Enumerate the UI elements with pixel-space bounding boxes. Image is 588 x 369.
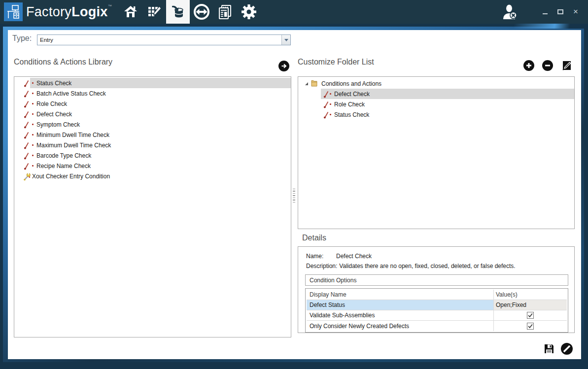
- bullet-icon: [32, 82, 34, 84]
- condition-options-table: Display Name Value(s) Defect StatusOpen;…: [305, 288, 568, 333]
- tree-children: Defect CheckRole CheckStatus Check: [298, 89, 574, 120]
- edit-pencil-icon[interactable]: [561, 60, 572, 71]
- checkbox-checked[interactable]: [527, 323, 534, 330]
- option-name: Defect Status: [307, 300, 494, 310]
- tree-item[interactable]: Status Check: [298, 109, 574, 120]
- library-item[interactable]: Xout Checker Entry Condition: [14, 171, 291, 181]
- type-label: Type:: [12, 34, 32, 43]
- condition-icon: [323, 111, 330, 119]
- tree-root-row[interactable]: Conditions and Actions: [298, 78, 574, 89]
- bullet-icon: [330, 93, 331, 95]
- titlebar: FactoryLogix™: [0, 0, 588, 24]
- library-item[interactable]: Maximum Dwell Time Check: [14, 140, 291, 150]
- condition-icon: [323, 90, 330, 98]
- library-item-label: Minimum Dwell Time Check: [36, 132, 109, 138]
- remove-circle-icon[interactable]: [542, 60, 553, 71]
- condition-icon: [323, 101, 330, 108]
- details-title: Details: [302, 234, 326, 242]
- library-item[interactable]: Status Check: [14, 78, 291, 88]
- add-circle-icon[interactable]: [523, 60, 534, 71]
- type-select[interactable]: Entry: [37, 34, 291, 45]
- tree-item[interactable]: Role Check: [298, 99, 574, 109]
- library-list: Status CheckBatch Active Status CheckRol…: [14, 76, 291, 337]
- library-item[interactable]: Role Check: [14, 99, 291, 109]
- settings-gear-icon[interactable]: [237, 0, 261, 24]
- option-row[interactable]: Validate Sub-Assemblies: [307, 310, 567, 321]
- transfer-arrows-icon[interactable]: [190, 0, 213, 24]
- bullet-icon: [32, 134, 34, 135]
- save-floppy-icon[interactable]: [544, 343, 554, 356]
- details-panel: Name: Defect Check Description: Validate…: [298, 246, 575, 333]
- library-item-label: Defect Check: [36, 111, 72, 118]
- tree-item-label: Defect Check: [334, 91, 370, 98]
- condition-icon: [23, 131, 30, 139]
- close-button[interactable]: ×: [572, 8, 579, 15]
- bullet-icon: [32, 93, 34, 94]
- detail-name-row: Name: Defect Check: [306, 253, 372, 260]
- bullet-icon: [32, 144, 34, 146]
- planning-grid-pencil-icon[interactable]: [142, 0, 166, 24]
- database-import-icon[interactable]: [166, 0, 190, 24]
- bullet-icon: [32, 124, 34, 125]
- type-select-dropdown-button[interactable]: [281, 35, 290, 45]
- condition-options-group: Condition Options: [305, 274, 568, 286]
- library-item[interactable]: Symptom Check: [14, 119, 291, 130]
- option-row[interactable]: Only Consider Newly Created Defects: [307, 321, 567, 331]
- home-icon[interactable]: [119, 0, 142, 24]
- condition-icon: [23, 100, 30, 108]
- detail-description-row: Description: Validates there are no open…: [306, 263, 516, 269]
- library-item-label: Status Check: [36, 80, 71, 87]
- arrow-right-circle-icon[interactable]: [278, 61, 289, 71]
- tree-item[interactable]: Defect Check: [298, 89, 574, 99]
- main-content: Type: Entry Conditions & Actions Library…: [8, 30, 581, 359]
- condition-icon: [23, 162, 30, 170]
- name-label: Name:: [306, 253, 334, 260]
- user-logout-icon[interactable]: [502, 4, 519, 19]
- bullet-icon: [330, 114, 331, 115]
- options-table-header: Display Name Value(s): [307, 290, 567, 300]
- library-item-label: Role Check: [36, 101, 67, 107]
- library-item[interactable]: Minimum Dwell Time Check: [14, 130, 291, 140]
- library-item[interactable]: Recipe Name Check: [14, 161, 291, 171]
- condition-icon: [23, 79, 30, 87]
- condition-icon: [23, 110, 30, 118]
- option-value[interactable]: Open;Fixed: [494, 300, 567, 310]
- panel-splitter[interactable]: [293, 189, 295, 202]
- chevron-down-icon: [284, 39, 288, 41]
- option-name: Validate Sub-Assemblies: [307, 310, 494, 320]
- bullet-icon: [32, 155, 34, 156]
- condition-icon: [23, 121, 30, 129]
- minimize-button[interactable]: [542, 8, 549, 15]
- tree-item-label: Role Check: [334, 101, 365, 108]
- main-nav: [119, 0, 261, 24]
- checkbox-checked[interactable]: [527, 312, 534, 319]
- option-value[interactable]: [494, 321, 567, 331]
- expander-icon[interactable]: [305, 82, 308, 85]
- reports-pages-icon[interactable]: [213, 0, 237, 24]
- titlebar-right: ×: [502, 4, 579, 19]
- library-item-label: Recipe Name Check: [36, 163, 91, 169]
- bullet-icon: [32, 103, 34, 104]
- condition-icon: [23, 152, 30, 160]
- tree-item-label: Status Check: [334, 111, 369, 118]
- library-item-label: Symptom Check: [36, 121, 80, 128]
- condition-icon: [23, 141, 30, 149]
- type-select-value: Entry: [37, 37, 281, 43]
- library-title: Conditions & Actions Library: [14, 58, 112, 67]
- cancel-slash-icon[interactable]: [560, 342, 573, 357]
- bullet-icon: [32, 165, 34, 167]
- library-item-label: Maximum Dwell Time Check: [36, 142, 111, 149]
- window-controls: ×: [542, 8, 579, 15]
- maximize-button[interactable]: [557, 8, 564, 15]
- folder-icon: [311, 79, 317, 88]
- option-row[interactable]: Defect StatusOpen;Fixed: [307, 300, 567, 310]
- options-rows: Defect StatusOpen;FixedValidate Sub-Asse…: [307, 300, 567, 331]
- condition-options-title: Condition Options: [310, 277, 356, 284]
- library-item[interactable]: Batch Active Status Check: [14, 88, 291, 99]
- option-value[interactable]: [494, 310, 567, 320]
- library-item[interactable]: Defect Check: [14, 109, 291, 119]
- bullet-icon: [330, 103, 331, 105]
- factorylogix-logo-icon: [4, 2, 23, 21]
- library-item[interactable]: Barcode Type Check: [14, 150, 291, 161]
- library-item-label: Batch Active Status Check: [36, 90, 106, 97]
